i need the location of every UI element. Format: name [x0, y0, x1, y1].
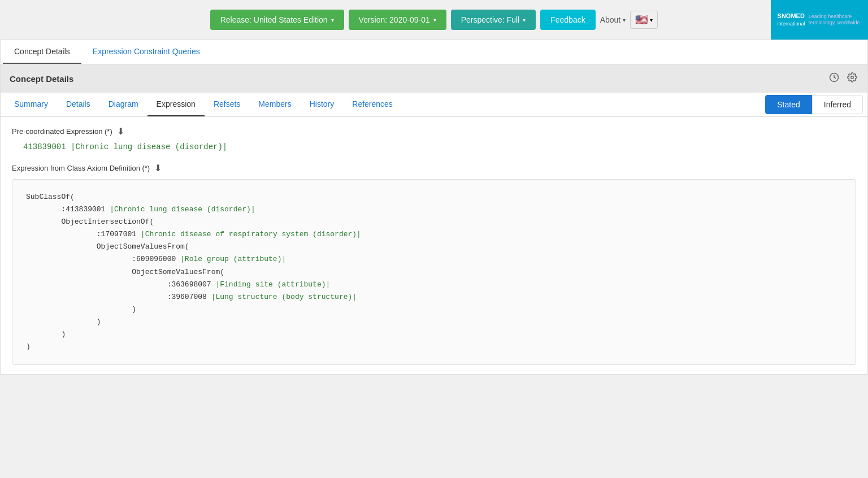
clock-icon: [829, 72, 839, 82]
concept-details-title: Concept Details: [10, 74, 73, 84]
release-label: Release: United States Edition: [220, 15, 328, 24]
language-chevron-icon: ▾: [650, 17, 653, 23]
tab-expression-constraint[interactable]: Expression Constraint Queries: [81, 40, 211, 64]
axiom-code: SubClassOf( :413839001 |Chronic lung dis…: [26, 191, 842, 353]
header-icon-group: [828, 71, 858, 86]
tab-refsets[interactable]: Refsets: [205, 93, 249, 116]
concept-expression: 413839001 |Chronic lung disease (disorde…: [23, 142, 856, 151]
precoordinated-download-icon[interactable]: ⬇: [117, 126, 124, 137]
version-button[interactable]: Version: 2020-09-01 ▾: [349, 10, 446, 30]
language-button[interactable]: 🇺🇸 ▾: [630, 11, 658, 29]
svg-point-1: [851, 76, 854, 79]
stated-button[interactable]: Stated: [765, 95, 811, 114]
stated-inferred-toggle: Stated Inferred: [765, 95, 863, 114]
snomed-tagline: Leading healthcareterminology, worldwide…: [809, 14, 861, 26]
feedback-button[interactable]: Feedback: [540, 10, 595, 30]
release-chevron-icon: ▾: [331, 17, 334, 23]
top-tabs: Concept Details Expression Constraint Qu…: [1, 40, 867, 64]
axiom-section-label: Expression from Class Axiom Definition (…: [12, 163, 856, 173]
snomed-name: SNOMEDinternational: [778, 12, 805, 27]
tab-history[interactable]: History: [301, 93, 344, 116]
tab-members[interactable]: Members: [249, 93, 300, 116]
clock-icon-button[interactable]: [828, 71, 840, 86]
precoordinated-label: Pre-coordinated Expression (*): [12, 127, 112, 136]
axiom-label: Expression from Class Axiom Definition (…: [12, 164, 150, 172]
perspective-chevron-icon: ▾: [523, 17, 526, 23]
tab-expression[interactable]: Expression: [147, 93, 205, 116]
axiom-text: SubClassOf( :413839001 |Chronic lung dis…: [26, 193, 361, 351]
flag-icon: 🇺🇸: [635, 14, 648, 26]
release-button[interactable]: Release: United States Edition ▾: [210, 10, 344, 30]
tab-summary[interactable]: Summary: [5, 93, 57, 116]
concept-details-header: Concept Details: [1, 64, 867, 93]
about-chevron-icon: ▾: [623, 17, 626, 23]
inferred-button[interactable]: Inferred: [812, 95, 863, 114]
version-chevron-icon: ▾: [433, 17, 436, 23]
feedback-label: Feedback: [550, 15, 585, 24]
axiom-download-icon[interactable]: ⬇: [154, 163, 162, 173]
about-button[interactable]: About ▾: [600, 15, 626, 24]
perspective-button[interactable]: Perspective: Full ▾: [451, 10, 536, 30]
perspective-label: Perspective: Full: [461, 15, 519, 24]
about-label: About: [600, 15, 621, 24]
sub-tabs: Summary Details Diagram Expression Refse…: [1, 93, 867, 117]
tab-diagram[interactable]: Diagram: [99, 93, 147, 116]
tab-details[interactable]: Details: [57, 93, 99, 116]
version-label: Version: 2020-09-01: [359, 15, 430, 24]
precoordinated-section-label: Pre-coordinated Expression (*) ⬇: [12, 126, 856, 137]
tab-concept-details[interactable]: Concept Details: [3, 40, 81, 64]
tab-references[interactable]: References: [343, 93, 402, 116]
gear-icon: [847, 72, 857, 82]
snomed-logo: SNOMEDinternational Leading healthcarete…: [771, 0, 868, 40]
settings-icon-button[interactable]: [846, 71, 858, 86]
axiom-box: SubClassOf( :413839001 |Chronic lung dis…: [12, 179, 856, 365]
expression-content: Pre-coordinated Expression (*) ⬇ 4138390…: [1, 117, 867, 374]
